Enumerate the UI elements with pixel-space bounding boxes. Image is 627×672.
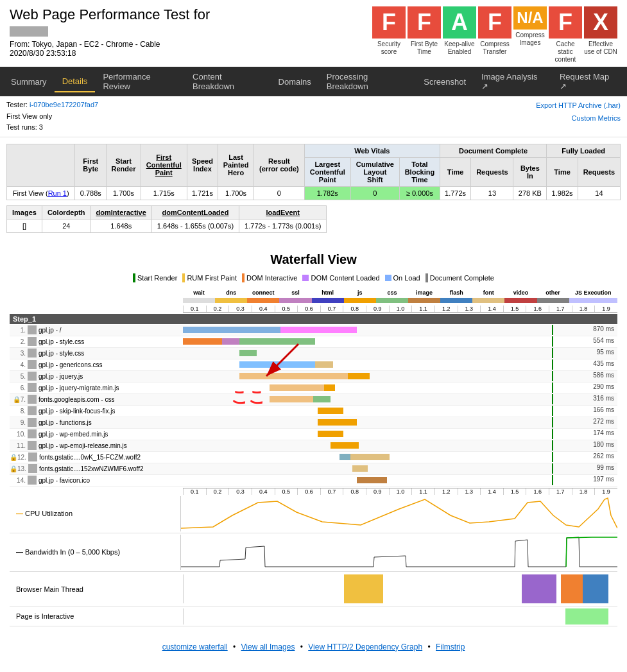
row-ms-label: 586 ms <box>593 372 614 379</box>
nav-details[interactable]: Details <box>55 71 96 92</box>
waterfall-row: 🔒7.fonts.googleapis.com - css316 ms <box>10 394 617 406</box>
row-label: 8.gpl.jp - skip-link-focus-fix.js <box>10 406 183 415</box>
start-render-line <box>552 406 553 416</box>
tester-link[interactable]: i-070be9e172207fad7 <box>30 101 98 108</box>
scale-mark: 0.6 <box>297 488 320 495</box>
col-js: js <box>344 289 376 297</box>
th-first-byte: FirstByte <box>75 144 107 186</box>
view-all-images-link[interactable]: View all Images <box>241 642 295 651</box>
nav-content-breakdown[interactable]: Content Breakdown <box>185 67 270 96</box>
nav-screenshot[interactable]: Screenshot <box>416 72 474 92</box>
row-label: 1.gpl.jp - / <box>10 325 183 334</box>
row-num: 3. <box>10 350 28 357</box>
col-dns: dns <box>215 289 247 297</box>
row-num: 4. <box>10 361 28 368</box>
tester-info: Tester: i-070be9e172207fad7 First View o… <box>6 99 98 134</box>
scale-mark: 1.9 <box>594 488 617 495</box>
scale-mark: 1.2 <box>434 306 458 312</box>
filmstrip-link[interactable]: Filmstrip <box>436 642 465 651</box>
row-label: 5.gpl.jp - jquery.js <box>10 372 183 381</box>
nav-summary[interactable]: Summary <box>3 72 55 92</box>
browser-thread-row: Browser Main Thread <box>10 572 617 607</box>
col-html: html <box>312 289 344 297</box>
scale-mark: 1.1 <box>411 488 434 495</box>
waterfall-legend: Start Render RUM First Paint DOM Interac… <box>10 273 617 282</box>
legend-on-load-label: On Load <box>393 274 420 282</box>
row-url: gpl.jp - / <box>39 327 62 334</box>
row-url: gpl.jp - skip-link-focus-fix.js <box>39 408 115 415</box>
export-har-link[interactable]: Export HTTP Archive (.har) <box>536 101 621 109</box>
row-num: 8. <box>10 408 28 415</box>
bar-segment <box>270 384 324 391</box>
row-bars: 95 ms <box>183 348 617 358</box>
bar-segment <box>239 350 257 356</box>
nav-request-map[interactable]: Request Map ↗ <box>552 67 624 96</box>
row-url: fonts.gstatic....152xwNZWMF6.woff2 <box>39 465 144 472</box>
scale-mark: 1.5 <box>503 306 526 312</box>
row-url: gpl.jp - favicon.ico <box>39 477 90 484</box>
row-favicon <box>28 395 37 404</box>
url-placeholder <box>10 26 48 37</box>
scale-mark: 0.5 <box>275 488 298 495</box>
row-favicon <box>28 441 37 450</box>
grade-box-f: FFirst Byte Time <box>408 6 441 56</box>
custom-metrics-link[interactable]: Custom Metrics <box>572 114 621 122</box>
color-js <box>344 298 376 303</box>
color-connect <box>247 298 279 303</box>
row-label: 14.gpl.jp - favicon.ico <box>10 476 183 485</box>
export-links: Export HTTP Archive (.har) Custom Metric… <box>536 99 621 134</box>
th-lcp: LargestContentfulPaint <box>304 157 350 186</box>
col-font: font <box>472 289 504 297</box>
scale-mark: 1.9 <box>594 306 617 312</box>
tester-id: Tester: i-070be9e172207fad7 <box>6 99 98 111</box>
scale-mark: 0.8 <box>343 306 366 312</box>
scale-mark: 1.5 <box>503 488 526 495</box>
scale-mark: 0.3 <box>228 488 252 495</box>
row-num: 🔒7. <box>10 396 28 403</box>
row-bars: 262 ms <box>183 452 617 462</box>
start-render-line <box>552 371 553 381</box>
td-load-event: 1.772s - 1.773s (0.001s) <box>239 219 327 232</box>
th-load-event: loadEvent <box>239 205 327 219</box>
scale-bottom-spacer <box>10 488 183 495</box>
color-other <box>537 298 569 303</box>
grade-boxes: FSecurity scoreFFirst Byte TimeAKeep-ali… <box>372 6 617 64</box>
row-ms-label: 870 ms <box>593 325 614 332</box>
grade-letter: F <box>478 6 511 39</box>
row-num: 11. <box>10 442 28 449</box>
nav-domains[interactable]: Domains <box>271 72 319 92</box>
th-images: Images <box>7 205 42 219</box>
row-num: 🔒12. <box>10 454 28 461</box>
grade-box-a: AKeep-alive Enabled <box>443 6 476 56</box>
nav-processing-breakdown[interactable]: Processing Breakdown <box>319 67 416 96</box>
row-url: gpl.jp - jquery-migrate.min.js <box>39 384 119 392</box>
bar-segment <box>183 338 222 345</box>
scale-marks-bottom: 0.10.20.30.40.50.60.70.80.91.01.11.21.31… <box>183 488 617 495</box>
customize-waterfall-link[interactable]: customize waterfall <box>162 642 228 651</box>
grade-box-x: XEffective use of CDN <box>584 6 617 56</box>
row-favicon <box>28 452 37 461</box>
scale-spacer <box>10 306 183 313</box>
color-wait <box>183 298 215 303</box>
col-color-bars <box>183 298 617 303</box>
scale-mark: 0.8 <box>343 488 366 495</box>
bar-segment <box>348 373 370 379</box>
main-nav: Summary Details Performance Review Conte… <box>0 67 627 96</box>
col-other: other <box>537 289 569 297</box>
nav-image-analysis[interactable]: Image Analysis ↗ <box>474 67 552 96</box>
header: Web Page Performance Test for From: Toky… <box>0 0 627 67</box>
run-1-link[interactable]: Run 1 <box>48 189 67 197</box>
browser-thread-label: Browser Main Thread <box>10 585 183 593</box>
view-http2-link[interactable]: View HTTP/2 Dependency Graph <box>308 642 422 651</box>
scale-mark: 1.7 <box>549 488 572 495</box>
browser-thread-area <box>183 574 617 603</box>
scale-mark: 0.3 <box>228 306 252 312</box>
row-num: 🔒13. <box>10 465 28 472</box>
nav-performance-review[interactable]: Performance Review <box>95 67 185 96</box>
grade-letter: F <box>549 6 582 39</box>
bar-segment <box>222 338 239 345</box>
row-label: 2.gpl.jp - style.css <box>10 337 183 346</box>
pi-block <box>565 608 609 625</box>
bar-segment <box>339 454 350 460</box>
grade-label: Effective use of CDN <box>584 40 617 56</box>
